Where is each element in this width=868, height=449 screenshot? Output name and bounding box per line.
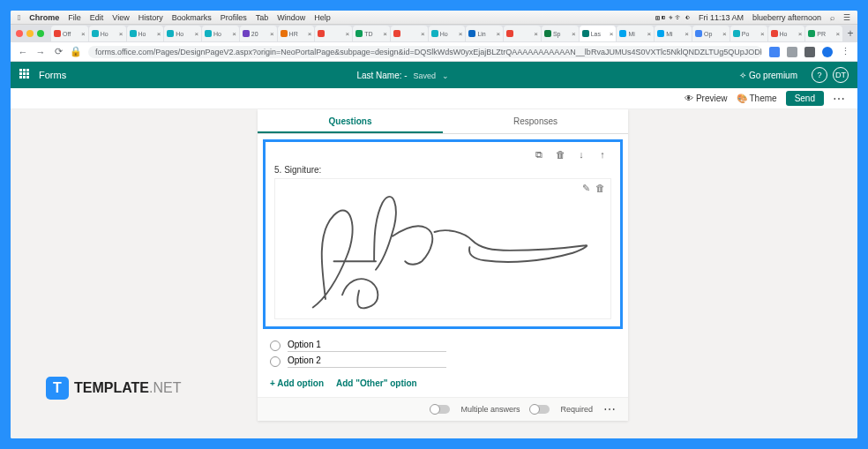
option-2-label[interactable]: Option 2 <box>288 355 446 368</box>
forms-app-label[interactable]: Forms <box>39 70 66 80</box>
tab-questions[interactable]: Questions <box>258 109 443 133</box>
close-tab-icon[interactable]: × <box>194 30 198 38</box>
browser-tab[interactable]: × <box>391 26 428 41</box>
back-button[interactable]: ← <box>18 47 28 57</box>
tab-title: Mi <box>666 31 672 37</box>
close-tab-icon[interactable]: × <box>459 30 463 38</box>
extension-2[interactable] <box>787 47 797 57</box>
menu-edit[interactable]: Edit <box>90 13 104 22</box>
option-1-label[interactable]: Option 1 <box>288 340 446 352</box>
user[interactable]: blueberry afternoon <box>752 13 821 22</box>
menu-view[interactable]: View <box>112 13 129 22</box>
menu-file[interactable]: File <box>68 13 81 22</box>
close-tab-icon[interactable]: × <box>572 30 576 38</box>
browser-tab[interactable]: 20× <box>240 26 277 41</box>
close-tab-icon[interactable]: × <box>308 30 312 38</box>
extension-1[interactable] <box>769 47 780 57</box>
close-tab-icon[interactable]: × <box>232 30 236 38</box>
question-title[interactable]: Signiture: <box>284 165 321 175</box>
app-name[interactable]: Chrome <box>29 13 59 22</box>
close-tab-icon[interactable]: × <box>497 30 501 38</box>
radio-icon[interactable] <box>270 356 281 367</box>
preview-button[interactable]: 👁Preview <box>685 94 728 103</box>
delete-image-icon[interactable]: 🗑 <box>595 183 605 194</box>
browser-tab[interactable]: HR× <box>278 26 315 41</box>
help-button[interactable]: ? <box>812 67 827 83</box>
close-tab-icon[interactable]: × <box>610 30 614 38</box>
close-tab-icon[interactable]: × <box>722 30 727 38</box>
form-title[interactable]: Last Name: <box>356 71 401 80</box>
browser-tab[interactable]: Lin× <box>466 26 503 41</box>
menu-help[interactable]: Help <box>314 13 331 22</box>
browser-tab[interactable]: Ho× <box>89 26 126 41</box>
close-tab-icon[interactable]: × <box>119 30 123 38</box>
browser-tab[interactable]: Off× <box>51 26 88 41</box>
reload-button[interactable]: ⟳ <box>53 47 64 57</box>
close-tab-icon[interactable]: × <box>81 30 86 38</box>
browser-tab[interactable]: Ho× <box>127 26 164 41</box>
tab-responses[interactable]: Responses <box>443 109 628 133</box>
close-tab-icon[interactable]: × <box>157 30 161 38</box>
browser-tab[interactable]: Ho× <box>768 26 805 41</box>
browser-tab[interactable]: Po× <box>730 26 767 41</box>
extension-3[interactable] <box>804 47 815 57</box>
radio-icon[interactable] <box>270 340 281 351</box>
spotlight-icon[interactable]: ⌕ <box>830 13 834 22</box>
apple-icon[interactable]:  <box>18 13 20 22</box>
new-tab-button[interactable]: + <box>843 27 857 40</box>
browser-tab[interactable]: Op× <box>692 26 730 41</box>
add-option-button[interactable]: Add option <box>270 378 324 388</box>
question-more-menu[interactable]: ⋯ <box>603 403 616 415</box>
close-tab-icon[interactable]: × <box>534 30 538 38</box>
close-tab-icon[interactable]: × <box>421 30 425 38</box>
close-tab-icon[interactable]: × <box>835 30 840 38</box>
copy-icon[interactable]: ⧉ <box>534 149 544 160</box>
favicon <box>544 30 551 37</box>
required-toggle[interactable] <box>530 405 550 414</box>
add-other-button[interactable]: Add "Other" option <box>336 378 417 388</box>
send-button[interactable]: Send <box>786 91 824 106</box>
forward-button[interactable]: → <box>35 47 46 57</box>
account-avatar[interactable]: DT <box>833 67 849 83</box>
go-premium-button[interactable]: ✧ Go premium <box>739 71 797 80</box>
app-launcher-icon[interactable] <box>19 69 32 81</box>
move-down-icon[interactable]: ↓ <box>576 149 587 160</box>
browser-tab[interactable]: × <box>504 26 541 41</box>
close-tab-icon[interactable]: × <box>685 30 689 38</box>
close-tab-icon[interactable]: × <box>760 30 765 38</box>
browser-tab[interactable]: TD× <box>353 26 390 41</box>
menu-bookmarks[interactable]: Bookmarks <box>172 13 212 22</box>
browser-tab[interactable]: Mi× <box>655 26 692 41</box>
browser-tab[interactable]: Sp× <box>542 26 579 41</box>
browser-tab[interactable]: × <box>315 26 352 41</box>
trash-icon[interactable]: 🗑 <box>555 149 565 160</box>
signature-image-box[interactable]: ✎ 🗑 <box>274 178 611 319</box>
close-tab-icon[interactable]: × <box>647 30 652 38</box>
close-tab-icon[interactable]: × <box>345 30 349 38</box>
close-tab-icon[interactable]: × <box>383 30 387 38</box>
browser-tab[interactable]: PR× <box>805 26 842 41</box>
chrome-menu[interactable]: ⋮ <box>840 47 850 57</box>
menu-window[interactable]: Window <box>277 13 305 22</box>
browser-tab[interactable]: Ho× <box>164 26 201 41</box>
browser-tab[interactable]: Mi× <box>617 26 654 41</box>
close-tab-icon[interactable]: × <box>270 30 274 38</box>
browser-tab[interactable]: Ho× <box>429 26 466 41</box>
edit-icon[interactable]: ✎ <box>582 183 590 194</box>
address-bar[interactable]: forms.office.com/Pages/DesignPageV2.aspx… <box>88 46 762 58</box>
tab-title: Lin <box>477 31 485 37</box>
menu-tab[interactable]: Tab <box>256 13 269 22</box>
move-up-icon[interactable]: ↑ <box>597 149 608 160</box>
browser-tab[interactable]: Las× <box>580 26 617 41</box>
close-tab-icon[interactable]: × <box>798 30 803 38</box>
multiple-answers-toggle[interactable] <box>430 405 450 414</box>
profile-avatar[interactable] <box>822 47 833 57</box>
status-chevron-icon[interactable]: ⌄ <box>442 71 449 80</box>
menu-profiles[interactable]: Profiles <box>221 13 247 22</box>
window-controls[interactable] <box>16 30 44 37</box>
theme-button[interactable]: 🎨Theme <box>737 94 777 103</box>
control-center-icon[interactable]: ☰ <box>843 13 850 22</box>
more-menu[interactable]: ⋯ <box>833 93 845 105</box>
menu-history[interactable]: History <box>138 13 163 22</box>
browser-tab[interactable]: Ho× <box>202 26 239 41</box>
